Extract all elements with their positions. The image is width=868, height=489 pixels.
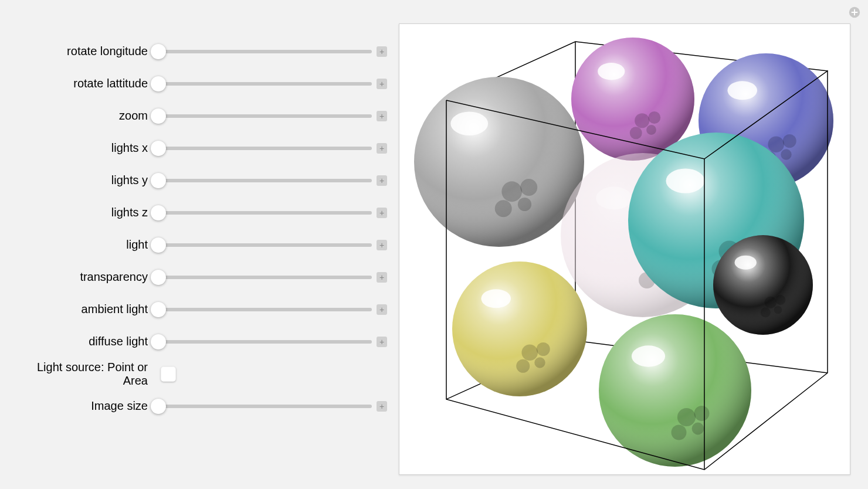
svg-point-17 <box>450 111 488 135</box>
svg-point-5 <box>648 111 660 124</box>
light-slider[interactable] <box>158 243 372 247</box>
svg-point-6 <box>630 127 642 139</box>
slider-row-ambient-light: ambient light + <box>12 293 387 325</box>
slider-row-diffuse-light: diffuse light + <box>12 325 387 358</box>
image-size-slider[interactable] <box>158 405 372 408</box>
svg-point-55 <box>672 425 687 440</box>
visualization-panel[interactable] <box>399 23 850 475</box>
svg-point-3 <box>598 63 625 80</box>
slider-thumb[interactable] <box>151 141 166 156</box>
slider-thumb[interactable] <box>151 108 166 124</box>
rotate-longitude-slider[interactable] <box>158 50 372 53</box>
slider-row-transparency: transparency + <box>12 261 387 293</box>
expand-icon[interactable]: + <box>377 240 387 250</box>
svg-point-47 <box>537 342 550 356</box>
sphere-gray <box>414 77 584 247</box>
slider-thumb[interactable] <box>151 270 166 285</box>
slider-thumb[interactable] <box>151 237 166 253</box>
expand-icon[interactable]: + <box>377 143 387 154</box>
light-source-checkbox[interactable] <box>161 366 176 382</box>
ambient-light-slider[interactable] <box>158 308 372 311</box>
svg-point-45 <box>481 289 511 308</box>
svg-point-19 <box>520 179 537 196</box>
sphere-black <box>713 235 813 335</box>
sphere-magenta <box>571 38 694 161</box>
svg-point-14 <box>781 149 791 159</box>
slider-row-lights-z: lights z + <box>12 196 387 229</box>
transparency-slider[interactable] <box>158 276 372 279</box>
render-3d-scene[interactable] <box>399 24 850 474</box>
expand-icon[interactable]: + <box>377 175 387 186</box>
svg-point-53 <box>677 408 696 426</box>
slider-row-light: light + <box>12 229 387 261</box>
lights-y-slider[interactable] <box>158 179 372 182</box>
svg-point-31 <box>666 169 705 193</box>
diffuse-light-slider[interactable] <box>158 340 372 344</box>
slider-thumb[interactable] <box>151 334 166 349</box>
checkbox-row-light-source: Light source: Point or Area <box>12 358 387 390</box>
svg-point-16 <box>414 77 584 247</box>
lights-x-slider[interactable] <box>158 147 372 150</box>
svg-point-7 <box>646 125 656 135</box>
expand-icon[interactable]: + <box>377 208 387 218</box>
svg-point-49 <box>534 357 545 368</box>
svg-point-46 <box>521 344 538 361</box>
zoom-slider[interactable] <box>158 114 372 118</box>
slider-row-rotate-longitude: rotate longitude + <box>12 35 387 67</box>
expand-icon[interactable]: + <box>377 401 387 412</box>
rotate-lattitude-slider[interactable] <box>158 82 372 86</box>
controls-panel: rotate longitude + rotate lattitude + zo… <box>12 23 387 477</box>
slider-thumb[interactable] <box>151 44 166 59</box>
slider-thumb[interactable] <box>151 302 166 317</box>
slider-label: lights x <box>12 141 152 155</box>
sphere-yellow <box>452 262 587 396</box>
expand-icon[interactable]: + <box>377 79 387 89</box>
slider-row-zoom: zoom + <box>12 100 387 132</box>
expand-icon[interactable]: + <box>377 337 387 347</box>
expand-icon[interactable]: + <box>377 111 387 121</box>
slider-row-rotate-lattitude: rotate lattitude + <box>12 67 387 100</box>
svg-point-39 <box>765 297 777 308</box>
svg-point-21 <box>518 198 531 211</box>
expand-icon[interactable]: + <box>377 272 387 283</box>
slider-row-image-size: Image size + <box>12 390 387 422</box>
svg-point-38 <box>735 256 757 270</box>
slider-label: diffuse light <box>12 335 152 348</box>
svg-point-40 <box>775 295 785 305</box>
svg-point-48 <box>516 359 530 373</box>
slider-thumb[interactable] <box>151 205 166 220</box>
slider-label: rotate lattitude <box>12 77 152 90</box>
slider-thumb[interactable] <box>151 76 166 91</box>
lights-z-slider[interactable] <box>158 211 372 215</box>
svg-point-2 <box>571 38 694 161</box>
svg-point-54 <box>694 406 710 421</box>
svg-point-41 <box>761 307 771 317</box>
svg-point-44 <box>452 262 587 396</box>
slider-label: lights z <box>12 206 152 219</box>
slider-label: lights y <box>12 174 152 187</box>
slider-thumb[interactable] <box>151 173 166 188</box>
slider-thumb[interactable] <box>151 399 166 414</box>
svg-point-10 <box>727 81 757 100</box>
svg-point-12 <box>783 134 796 148</box>
slider-label: Image size <box>12 399 152 413</box>
svg-point-18 <box>501 181 522 202</box>
slider-label: ambient light <box>12 303 152 316</box>
slider-row-lights-y: lights y + <box>12 164 387 196</box>
slider-label: rotate longitude <box>12 45 152 58</box>
slider-label: zoom <box>12 109 152 123</box>
svg-point-42 <box>774 306 782 314</box>
svg-point-51 <box>599 314 751 467</box>
main-layout: rotate longitude + rotate lattitude + zo… <box>0 0 868 489</box>
svg-point-37 <box>713 235 813 335</box>
expand-icon[interactable]: + <box>377 46 387 57</box>
slider-label: transparency <box>12 270 152 284</box>
checkbox-label: Light source: Point or Area <box>12 361 152 388</box>
sphere-green <box>599 314 751 467</box>
svg-point-24 <box>596 186 632 209</box>
svg-point-52 <box>632 345 665 366</box>
add-icon[interactable] <box>848 6 861 19</box>
expand-icon[interactable]: + <box>377 304 387 315</box>
svg-point-11 <box>768 136 784 152</box>
svg-point-20 <box>495 200 512 217</box>
